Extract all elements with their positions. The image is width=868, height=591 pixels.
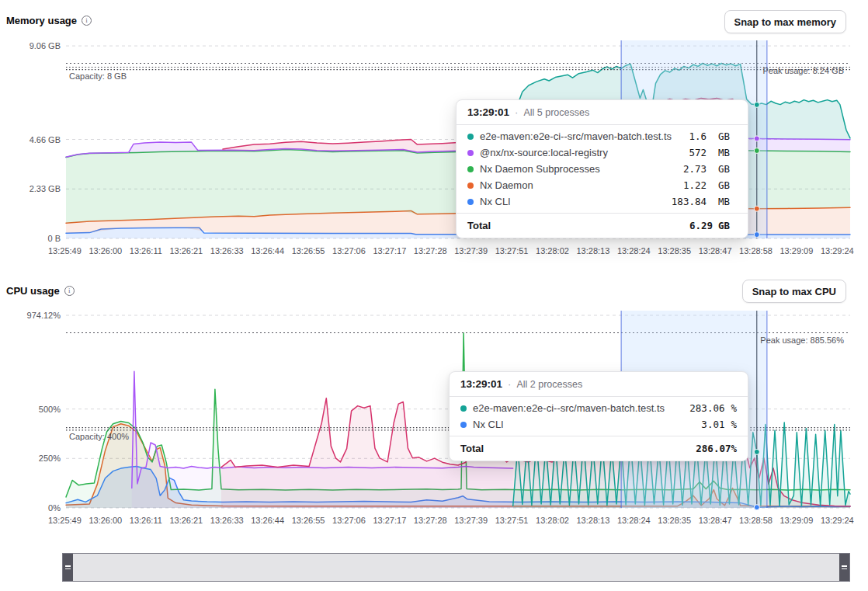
- tooltip-rows: e2e-maven:e2e-ci--src/maven-batch.test.t…: [457, 125, 748, 213]
- info-icon[interactable]: i: [64, 286, 75, 296]
- grip-lines-icon: [842, 568, 847, 570]
- tooltip-header: 13:29:01 · All 2 processes: [450, 372, 748, 397]
- x-axis-tick: 13:26:55: [292, 246, 325, 256]
- process-value: 1.6: [678, 130, 707, 142]
- snap-to-max-memory-button[interactable]: Snap to max memory: [724, 10, 847, 33]
- brush-handle-left[interactable]: [63, 554, 73, 581]
- x-axis-tick: 13:28:13: [576, 516, 609, 525]
- grip-lines-icon: [842, 565, 847, 567]
- x-axis-tick: 13:28:58: [739, 246, 773, 256]
- x-axis-tick: 13:26:11: [130, 516, 162, 525]
- y-axis-tick: 0%: [6, 503, 61, 513]
- cursor-dot: [754, 148, 759, 154]
- x-axis-tick: 13:28:35: [658, 516, 691, 525]
- process-name: Nx CLI: [480, 196, 511, 207]
- process-unit: GB: [718, 130, 737, 142]
- x-axis-tick: 13:26:33: [210, 246, 244, 256]
- dot-separator: ·: [515, 106, 518, 118]
- process-unit: MB: [718, 147, 737, 158]
- x-axis-tick: 13:28:58: [739, 516, 773, 525]
- y-axis-tick: 0 B: [6, 234, 61, 243]
- cursor-dot: [754, 206, 759, 211]
- x-axis-tick: 13:28:24: [617, 246, 651, 256]
- x-axis-tick: 13:25:49: [48, 516, 82, 525]
- x-axis-tick: 13:26:00: [89, 516, 122, 525]
- memory-tooltip: 13:29:01 · All 5 processes e2e-maven:e2e…: [456, 99, 748, 238]
- x-axis-tick: 13:27:39: [454, 516, 488, 525]
- x-axis-tick: 13:29:24: [821, 246, 854, 256]
- series-color-dot: [467, 199, 474, 205]
- process-unit: MB: [718, 196, 737, 207]
- x-axis-tick: 13:28:02: [536, 516, 569, 525]
- tooltip-row: e2e-maven:e2e-ci--src/maven-batch.test.t…: [457, 128, 748, 144]
- x-axis-tick: 13:26:21: [169, 516, 203, 525]
- total-label: Total: [467, 220, 491, 231]
- total-value: 6.29: [491, 220, 713, 231]
- x-axis-tick: 13:26:44: [251, 246, 284, 256]
- tooltip-row: Nx Daemon Subprocesses2.73GB: [457, 161, 748, 177]
- y-axis-tick: 9.06 GB: [6, 41, 61, 50]
- cursor-dot: [754, 449, 759, 454]
- x-axis-tick: 13:28:24: [617, 516, 651, 525]
- cursor-dot: [754, 505, 759, 510]
- grip-lines-icon: [65, 568, 71, 570]
- brush-handle-right[interactable]: [839, 554, 849, 581]
- timeline-brush[interactable]: [62, 553, 850, 582]
- x-axis-tick: 13:27:51: [495, 516, 529, 525]
- x-axis-tick: 13:27:06: [332, 246, 366, 256]
- process-value: 572: [614, 147, 707, 158]
- total-value: 286.07: [484, 443, 731, 454]
- x-axis-tick: 13:25:49: [48, 246, 82, 256]
- tooltip-row: Nx Daemon1.22GB: [457, 177, 748, 193]
- memory-usage-title: Memory usage i: [6, 15, 92, 26]
- memory-capacity-label: Capacity: 8 GB: [69, 71, 127, 81]
- cpu-peak-usage-label: Peak usage: 885.56%: [760, 335, 844, 345]
- tooltip-time: 13:29:01: [460, 378, 502, 390]
- x-axis-tick: 13:27:06: [332, 516, 366, 525]
- cpu-x-axis: 13:25:4913:26:0013:26:1113:26:2113:26:33…: [48, 516, 854, 525]
- x-axis-tick: 13:27:17: [373, 516, 406, 525]
- series-color-dot: [467, 183, 474, 189]
- tooltip-total-row: Total 286.07 %: [450, 436, 748, 461]
- cpu-capacity-label: Capacity: 400%: [69, 432, 129, 441]
- series-color-dot: [467, 134, 474, 140]
- y-axis-tick: 4.66 GB: [6, 135, 61, 144]
- total-label: Total: [460, 443, 484, 454]
- cursor-dot: [754, 102, 759, 107]
- process-value: 3.01: [510, 419, 725, 430]
- cpu-usage-title-text: CPU usage: [6, 285, 60, 297]
- x-axis-tick: 13:28:47: [699, 516, 732, 525]
- process-unit: GB: [718, 163, 737, 175]
- dot-separator: ·: [508, 378, 511, 390]
- x-axis-tick: 13:26:21: [169, 246, 203, 256]
- x-axis-tick: 13:26:00: [89, 246, 122, 256]
- cpu-usage-title: CPU usage i: [6, 285, 75, 297]
- x-axis-tick: 13:29:09: [780, 516, 814, 525]
- tooltip-subtitle: All 2 processes: [516, 379, 582, 390]
- total-unit: %: [731, 443, 737, 454]
- x-axis-tick: 13:27:39: [454, 246, 488, 256]
- tooltip-row: Nx CLI183.84MB: [457, 193, 748, 210]
- cpu-tooltip: 13:29:01 · All 2 processes e2e-maven:e2e…: [449, 371, 748, 461]
- tooltip-total-row: Total 6.29 GB: [457, 213, 748, 238]
- tooltip-row: e2e-maven:e2e-ci--src/maven-batch.test.t…: [450, 400, 748, 416]
- process-name: @nx/nx-source:local-registry: [480, 147, 608, 158]
- memory-peak-usage-label: Peak usage: 8.24 GB: [762, 66, 844, 75]
- process-unit: %: [731, 419, 737, 430]
- info-icon[interactable]: i: [82, 16, 92, 26]
- x-axis-tick: 13:29:09: [780, 246, 814, 256]
- process-name: Nx CLI: [473, 419, 504, 430]
- series-color-dot: [467, 166, 474, 172]
- y-axis-tick: 2.33 GB: [6, 184, 61, 193]
- x-axis-tick: 13:26:33: [210, 516, 244, 525]
- cursor-dot: [754, 232, 759, 238]
- x-axis-tick: 13:26:44: [251, 516, 284, 525]
- snap-to-max-cpu-button[interactable]: Snap to max CPU: [742, 280, 846, 303]
- process-value: 283.06: [671, 402, 724, 414]
- process-unit: %: [731, 402, 737, 414]
- x-axis-tick: 13:27:51: [495, 246, 529, 256]
- tooltip-time: 13:29:01: [467, 106, 509, 118]
- tooltip-subtitle: All 5 processes: [523, 107, 589, 118]
- memory-usage-title-text: Memory usage: [6, 15, 77, 26]
- y-axis-tick: 500%: [6, 405, 61, 414]
